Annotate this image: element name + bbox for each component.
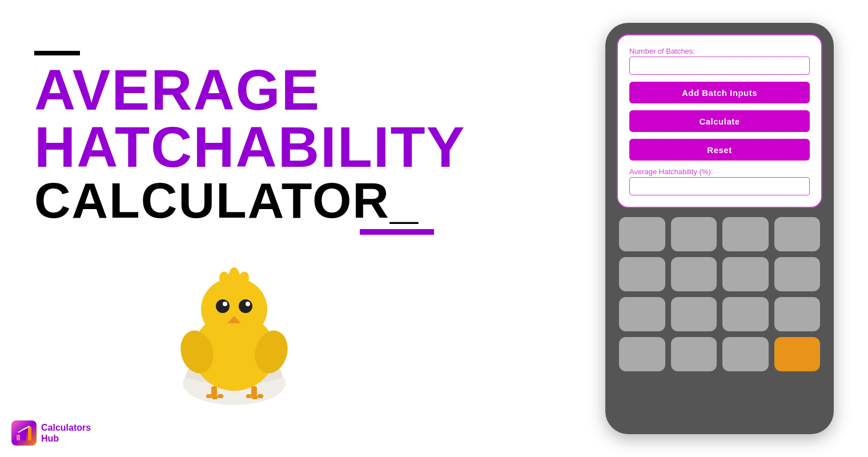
title-line3: CALCULATOR_ <box>34 175 434 226</box>
logo-text: Calculators Hub <box>41 422 91 444</box>
svg-point-16 <box>246 302 250 306</box>
key-1-3[interactable] <box>722 217 769 251</box>
title-bar-bottom <box>360 229 434 235</box>
logo-icon <box>11 420 37 446</box>
title-line2: HATCHABILITY <box>34 118 434 175</box>
svg-rect-5 <box>211 386 217 396</box>
chick-svg <box>160 246 308 406</box>
calculator-keypad <box>617 217 822 371</box>
key-2-2[interactable] <box>671 257 717 291</box>
key-3-3[interactable] <box>722 297 769 331</box>
logo-text-bottom: Hub <box>41 433 91 444</box>
calculator-body: Number of Batches: Add Batch Inputs Calc… <box>605 23 834 434</box>
svg-rect-22 <box>22 430 26 440</box>
key-1-4[interactable] <box>774 217 821 251</box>
chick-illustration <box>34 246 434 406</box>
key-3-2[interactable] <box>671 297 717 331</box>
svg-rect-23 <box>28 427 31 440</box>
title-bar-top <box>34 51 80 55</box>
key-2-1[interactable] <box>619 257 665 291</box>
reset-button[interactable]: Reset <box>629 139 810 161</box>
key-4-1[interactable] <box>619 337 665 371</box>
key-3-4[interactable] <box>774 297 821 331</box>
key-2-3[interactable] <box>722 257 769 291</box>
key-1-1[interactable] <box>619 217 665 251</box>
key-4-4-orange[interactable] <box>774 337 821 371</box>
calculate-button[interactable]: Calculate <box>629 110 810 132</box>
svg-rect-8 <box>218 394 223 398</box>
svg-point-14 <box>239 299 252 313</box>
svg-rect-11 <box>252 395 258 399</box>
svg-point-13 <box>216 299 230 313</box>
num-batches-input[interactable] <box>629 57 810 75</box>
svg-rect-12 <box>258 394 263 398</box>
title-line1: AVERAGE <box>34 61 434 118</box>
right-section: Number of Batches: Add Batch Inputs Calc… <box>605 23 834 434</box>
add-batch-button[interactable]: Add Batch Inputs <box>629 82 810 103</box>
svg-rect-9 <box>251 386 257 396</box>
num-batches-label: Number of Batches: <box>629 47 810 55</box>
calculator-screen: Number of Batches: Add Batch Inputs Calc… <box>617 34 822 208</box>
avg-hatch-input[interactable] <box>629 177 810 195</box>
key-1-2[interactable] <box>671 217 717 251</box>
key-4-2[interactable] <box>671 337 717 371</box>
avg-hatch-label: Average Hatchability (%): <box>629 167 810 176</box>
logo-text-top: Calculators <box>41 422 91 433</box>
key-4-3[interactable] <box>722 337 769 371</box>
svg-rect-21 <box>17 435 20 440</box>
left-section: AVERAGE HATCHABILITY CALCULATOR_ <box>34 51 434 406</box>
key-3-1[interactable] <box>619 297 665 331</box>
logo-area: Calculators Hub <box>11 420 91 446</box>
svg-rect-7 <box>212 395 218 399</box>
logo-chart-icon <box>15 424 33 442</box>
svg-rect-10 <box>246 394 252 398</box>
svg-rect-6 <box>206 394 212 398</box>
key-2-4[interactable] <box>774 257 821 291</box>
svg-point-15 <box>223 302 227 306</box>
